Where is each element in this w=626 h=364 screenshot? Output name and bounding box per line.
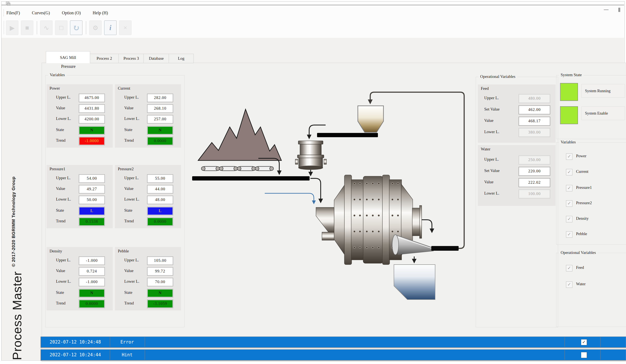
tab-database[interactable]: Database [144,54,169,63]
value-field[interactable]: 99.72 [147,267,173,275]
field-label: Lower L. [56,197,71,202]
column-divider [564,337,565,347]
close-icon[interactable]: × [119,20,131,35]
alert-ack-checkbox[interactable] [581,352,587,358]
window-corner-control[interactable] [618,8,620,12]
menu-option[interactable]: Option (O) [62,9,81,17]
value-field[interactable]: 468.17 [519,117,550,125]
play-icon[interactable]: ▶ [6,20,18,35]
system-running-indicator [560,83,578,101]
checkbox-icon[interactable]: ✓ [566,185,572,191]
toolbar: ▶ ■ ∿ □ ↻ ⚙ i × [6,20,134,35]
alert-ack-checkbox[interactable]: ✓ [581,339,587,345]
value-field[interactable]: 44.00 [147,185,173,193]
stop-icon[interactable]: ■ [21,20,33,35]
right-variables-group: Variables ✓Power ✓Current ✓Pressure1 ✓Pr… [556,142,626,245]
alert-row-error[interactable]: 2022-07-12 10:24:48 Error ✓ [40,336,626,348]
upper-limit-field[interactable]: 282.00 [147,94,173,102]
upper-conveyor [317,133,378,137]
lower-limit-field[interactable]: 50.00 [79,196,105,204]
menu-files[interactable]: Files(F) [6,9,20,17]
info-icon[interactable]: i [104,20,117,35]
lower-limit-field[interactable]: 257.00 [147,115,173,123]
set-value-field[interactable]: 220.00 [519,167,550,176]
field-label: Set Value [484,107,500,111]
copyright: © 2017-2020 BGRIMM Technology Group [11,177,16,267]
field-label: State [124,290,132,295]
tab-process-3[interactable]: Process 3 [118,54,144,63]
tab-process-2[interactable]: Process 2 [90,54,119,63]
value-field[interactable]: 0.724 [79,267,105,275]
checkbox-icon[interactable]: ✓ [566,216,572,222]
checkbox-icon[interactable]: ✓ [566,281,572,288]
column-divider [564,350,565,360]
field-label: Upper L. [124,258,139,262]
field-label: Lower L. [56,279,71,284]
field-label: Upper L. [124,176,139,180]
upper-limit-field[interactable]: -1.000 [79,257,105,265]
refresh-icon[interactable]: ↻ [70,20,82,35]
alert-type: Hint [110,350,145,360]
field-label: Value [484,180,493,184]
indicator-label: System Running [581,84,625,98]
checkbox-label: Pressure1 [576,185,592,190]
alert-type: Error [110,337,145,347]
field-label: Upper L. [484,96,499,100]
lower-limit-field[interactable]: 4200.00 [79,115,105,123]
set-value-field[interactable]: 462.00 [519,106,550,114]
state-badge: N [147,289,173,297]
group-title: Operational Variables [478,74,517,79]
gear-icon[interactable]: ⚙ [89,20,102,35]
field-label: Trend [56,301,66,306]
lower-limit-field[interactable]: 70.00 [147,278,173,286]
system-state-group: System State System Running System Enabl… [556,75,626,139]
panel-title: Pressure1 [49,167,65,171]
tab-log[interactable]: Log [169,54,194,63]
state-badge: N [79,289,105,297]
field-label: Lower L. [56,116,71,121]
field-label: State [56,127,64,132]
checkbox-label: Feed [576,265,584,270]
panel-title: Power [49,86,60,91]
panel-density: Density Upper L.-1.000 Value0.724 Lower … [46,247,113,310]
tab-sag-mill[interactable]: SAG Mill [46,51,90,63]
record-icon[interactable]: □ [55,20,68,35]
field-label: Upper L. [56,95,71,100]
upper-limit-field: 250.00 [519,156,550,164]
menu-help[interactable]: Help (H) [93,9,108,17]
upper-limit-field[interactable]: 54.00 [79,175,105,183]
upper-limit-field[interactable]: 55.00 [147,175,173,183]
alert-row-hint[interactable]: 2022-07-12 10:24:44 Hint [40,349,626,360]
checkbox-icon[interactable]: ✓ [566,169,572,175]
panel-water: Water Upper L.250.00 Set Value220.00 Val… [478,145,555,206]
checkbox-icon[interactable]: ✓ [566,231,572,238]
crusher [295,141,326,170]
group-title: Variables [48,73,67,77]
alert-timestamp: 2022-07-12 10:24:44 [41,350,110,360]
menu-curves[interactable]: Curves(G) [32,9,50,17]
checkbox-icon[interactable]: ✓ [566,200,572,207]
lower-limit-field[interactable]: -1.000 [79,278,105,286]
upper-limit-field[interactable]: 105.00 [147,257,173,265]
trend-badge: -1.0000 [79,137,105,145]
minimize-button[interactable]: — [603,8,609,12]
field-label: Trend [56,219,66,223]
state-badge: N [147,126,173,134]
panel-title: Water [481,147,490,151]
field-label: Value [56,186,65,191]
toolbar-separator [86,21,86,34]
field-label: State [56,208,64,213]
conveyor-to-mill-arrow [311,178,321,202]
checkbox-icon[interactable]: ✓ [566,265,572,271]
menu-bar: Files(F) Curves(G) Option (O) Help (H) [6,9,119,17]
value-field[interactable]: 4431.80 [79,105,105,113]
curve-icon[interactable]: ∿ [40,20,52,35]
upper-limit-field[interactable]: 4675.00 [79,94,105,102]
checkbox-label: Pressure2 [576,201,592,205]
checkbox-icon[interactable]: ✓ [566,153,572,160]
value-field[interactable]: 222.02 [519,178,550,187]
value-field[interactable]: 49.27 [79,185,105,193]
state-badge: N [79,126,105,134]
value-field[interactable]: 268.10 [147,105,173,113]
lower-limit-field[interactable]: 48.00 [147,196,173,204]
